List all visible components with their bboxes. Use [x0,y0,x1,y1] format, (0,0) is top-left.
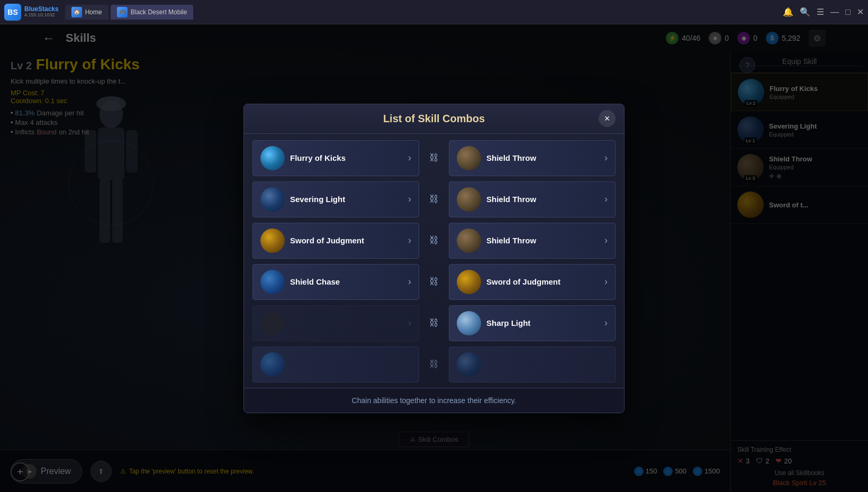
combo-icon-partial-left [260,352,285,377]
game-area: ← Skills ⚡ 40/46 ● 0 ◆ 0 $ 5,292 ⚙ Lv 2 [0,24,868,492]
search-icon[interactable]: 🔍 [800,7,810,17]
combo-icon-chase [260,270,285,294]
close-icon[interactable]: ✕ [857,7,864,17]
combo-right-4[interactable]: Sword of Judgment › [449,264,616,300]
skill-combos-modal: List of Skill Combos × Flurry of Kicks ›… [243,104,625,413]
combo-chevron-r3: › [604,235,608,246]
combo-left-2[interactable]: Severing Light › [252,181,419,217]
combo-arrow-1: ⛓ [423,149,445,168]
notification-icon[interactable]: 🔔 [783,7,793,17]
modal-close-button[interactable]: × [599,110,616,127]
combo-left-partial[interactable] [252,347,419,382]
chain-icon-5: ⛓ [429,317,439,329]
combo-chevron-r5: › [604,317,608,329]
bluestacks-logo: BS BlueStacks 4.150.10.1032 [4,4,59,21]
tab-game[interactable]: 🎮 Black Desert Mobile [111,5,194,20]
combo-row-3: Sword of Judgment › ⛓ Shield Throw › [252,223,616,259]
modal-body: Flurry of Kicks › ⛓ Shield Throw › [244,134,624,388]
combo-icon-severing [260,187,285,212]
maximize-icon[interactable]: □ [845,7,851,17]
combo-arrow-partial: ⛓ [423,355,445,374]
combo-name-severing: Severing Light [290,195,403,204]
combo-row-1: Flurry of Kicks › ⛓ Shield Throw › [252,140,616,176]
combo-chevron-4: › [408,276,411,287]
combo-name-sword: Sword of Judgment [290,236,403,245]
taskbar-right: 🔔 🔍 ☰ — □ ✕ [783,7,864,17]
combo-arrow-4: ⛓ [423,272,445,291]
chain-icon-partial: ⛓ [429,359,439,370]
menu-icon[interactable]: ☰ [817,7,824,17]
modal-header: List of Skill Combos × [244,104,624,134]
chain-icon-2: ⛓ [429,194,439,205]
modal-title: List of Skill Combos [255,113,613,125]
home-tab-icon: 🏠 [71,7,82,17]
chain-icon-1: ⛓ [429,152,439,163]
combo-arrow-5: ⛓ [423,314,445,333]
combo-name-shield-throw-3: Shield Throw [486,236,599,245]
combo-name-shield-throw-1: Shield Throw [486,153,599,162]
combo-row-5: › ⛓ Sharp Light › [252,305,616,341]
combo-chevron-1: › [408,152,411,163]
combo-row-4: Shield Chase › ⛓ Sword of Judgment › [252,264,616,300]
combo-left-4[interactable]: Shield Chase › [252,264,419,300]
combo-left-5[interactable]: › [252,305,419,341]
combo-name-shield-throw-2: Shield Throw [486,195,599,204]
combo-chevron-r4: › [604,276,608,287]
combo-name-chase: Shield Chase [290,277,403,286]
combo-row-partial: ⛓ [252,347,616,382]
bs-icon: BS [4,4,21,21]
combo-icon-sharp [457,311,481,335]
chain-icon-4: ⛓ [429,276,439,287]
combo-chevron-r2: › [604,194,608,205]
combo-icon-shield-throw-2 [457,187,481,212]
combo-right-1[interactable]: Shield Throw › [449,140,616,176]
modal-footer: Chain abilities together to increase the… [244,388,624,413]
game-tab-icon: 🎮 [117,7,128,17]
combo-name-flurry: Flurry of Kicks [290,153,403,162]
combo-row-2: Severing Light › ⛓ Shield Throw › [252,181,616,217]
combo-arrow-3: ⛓ [423,231,445,250]
combo-chevron-2: › [408,194,411,205]
combo-right-5[interactable]: Sharp Light › [449,305,616,341]
combo-arrow-2: ⛓ [423,190,445,209]
combo-icon-shield-throw-3 [457,229,481,253]
chain-icon-3: ⛓ [429,235,439,246]
combo-chevron-r1: › [604,152,608,163]
minimize-icon[interactable]: — [830,7,839,17]
modal-overlay[interactable]: List of Skill Combos × Flurry of Kicks ›… [0,24,868,492]
combo-left-3[interactable]: Sword of Judgment › [252,223,419,259]
combo-chevron-5: › [408,317,411,329]
combo-right-3[interactable]: Shield Throw › [449,223,616,259]
combo-left-1[interactable]: Flurry of Kicks › [252,140,419,176]
combo-icon-partial-right [457,352,481,377]
combo-name-sharp: Sharp Light [486,318,599,327]
combo-chevron-3: › [408,235,411,246]
combo-icon-flurry [260,146,285,170]
combo-icon-sword-right [457,270,481,294]
taskbar: BS BlueStacks 4.150.10.1032 🏠 Home 🎮 Bla… [0,0,868,24]
combo-right-partial[interactable] [449,347,616,382]
combo-right-2[interactable]: Shield Throw › [449,181,616,217]
combo-name-sword-right: Sword of Judgment [486,277,599,286]
combo-icon-sword [260,229,285,253]
tab-home[interactable]: 🏠 Home [65,5,108,20]
combo-icon-shield-throw-1 [457,146,481,170]
tab-home-label: Home [85,8,102,16]
tab-game-label: Black Desert Mobile [131,8,187,16]
footer-text: Chain abilities together to increase the… [352,396,517,405]
combo-icon-empty [260,311,285,335]
bs-title: BlueStacks 4.150.10.1032 [24,6,59,18]
